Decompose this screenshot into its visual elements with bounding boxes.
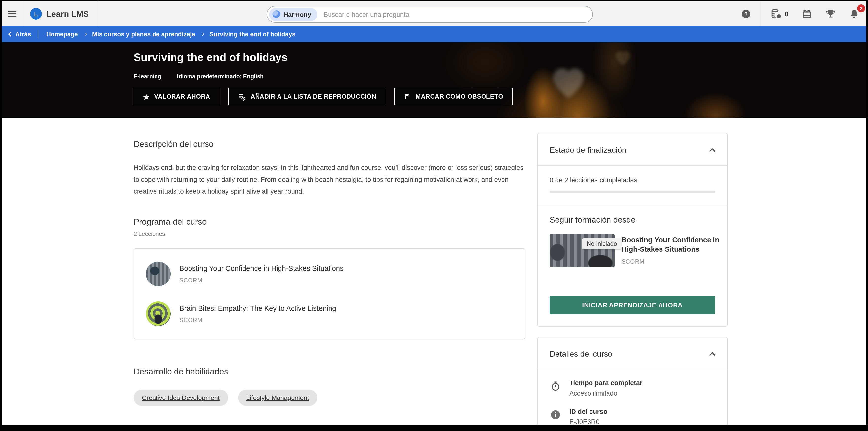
start-learning-button[interactable]: INICIAR APRENDIZAJE AHORA	[550, 296, 715, 314]
back-label: Atrás	[15, 31, 31, 38]
notifications-button[interactable]: 2	[842, 1, 866, 26]
lesson-row[interactable]: Brain Bites: Empathy: The Key to Active …	[146, 301, 513, 326]
trophy-icon	[825, 8, 836, 19]
window-frame: L Learn LMS Harmony Buscar o hacer una p…	[0, 0, 868, 431]
svg-text:?: ?	[744, 10, 748, 17]
lesson-thumbnail	[146, 262, 170, 286]
detail-label: ID del curso	[569, 408, 608, 415]
info-icon	[550, 409, 561, 420]
page: L Learn LMS Harmony Buscar o hacer una p…	[2, 1, 866, 425]
details-heading: Detalles del curso	[550, 350, 612, 359]
lesson-row[interactable]: Boosting Your Confidence in High-Stakes …	[146, 262, 513, 286]
continue-lesson-title: Boosting Your Confidence in High-Stakes …	[622, 235, 722, 254]
chevron-right-icon	[83, 33, 87, 36]
breadcrumb-home[interactable]: Homepage	[46, 31, 78, 38]
breadcrumb: Homepage Mis cursos y planes de aprendiz…	[38, 31, 303, 38]
detail-item-time: Tiempo para completar Acceso ilimitado	[550, 379, 715, 397]
top-header: L Learn LMS Harmony Buscar o hacer una p…	[2, 1, 866, 26]
header-divider	[98, 1, 98, 26]
rate-now-button[interactable]: ★ VALORAR AHORA	[133, 88, 220, 105]
stopwatch-icon	[550, 381, 561, 392]
breadcrumb-my-courses[interactable]: Mis cursos y planes de aprendizaje	[92, 31, 195, 38]
notification-badge: 2	[857, 4, 865, 12]
help-icon: ?	[741, 9, 751, 19]
chevron-up-icon	[709, 148, 715, 154]
hamburger-icon	[8, 9, 16, 18]
mark-obsolete-button[interactable]: MARCAR COMO OBSOLETO	[395, 88, 513, 105]
continue-lesson-item[interactable]: No iniciado Boosting Your Confidence in …	[550, 234, 715, 267]
continue-lesson-thumbnail: No iniciado	[550, 234, 615, 267]
course-details-card: Detalles del curso	[537, 337, 727, 425]
harmony-assistant-chip[interactable]: Harmony	[269, 8, 318, 21]
harmony-label: Harmony	[283, 10, 311, 18]
achievements-button[interactable]	[819, 1, 842, 26]
progress-bar	[550, 191, 715, 193]
detail-value: Acceso ilimitado	[569, 390, 643, 397]
breadcrumb-bar: Atrás Homepage Mis cursos y planes de ap…	[2, 26, 866, 42]
lesson-thumbnail	[146, 301, 170, 326]
completion-status-card: Estado de finalización 0 de 2 lecciones …	[537, 133, 727, 327]
chevron-right-icon	[200, 33, 204, 36]
completion-heading: Estado de finalización	[550, 146, 626, 155]
lesson-title: Brain Bites: Empathy: The Key to Active …	[179, 304, 336, 312]
coins-count: 0	[785, 10, 788, 18]
status-badge: No iniciado	[582, 238, 622, 249]
back-button[interactable]: Atrás	[2, 26, 38, 42]
coins-button[interactable]: 0	[764, 1, 795, 26]
rewards-button[interactable]	[795, 1, 819, 26]
lesson-title: Boosting Your Confidence in High-Stakes …	[179, 264, 344, 272]
add-to-playlist-button[interactable]: AÑADIR A LA LISTA DE REPRODUCCIÓN	[228, 88, 386, 105]
continue-heading: Seguir formación desde	[550, 215, 715, 225]
chevron-left-icon	[8, 32, 13, 37]
logo-icon: L	[30, 8, 42, 20]
completion-card-header[interactable]: Estado de finalización	[538, 133, 727, 165]
coins-icon	[770, 8, 782, 19]
course-type-label: E-learning	[133, 73, 161, 79]
lesson-type: SCORM	[179, 317, 336, 323]
skills-heading: Desarrollo de habilidades	[133, 367, 525, 377]
flag-icon	[404, 93, 411, 100]
detail-item-course-id: ID del curso E-J0E3R0	[550, 408, 715, 425]
logo-text: Learn LMS	[46, 9, 89, 19]
course-title: Surviving the end of holidays	[133, 51, 866, 64]
playlist-add-icon	[238, 92, 246, 101]
header-divider	[761, 1, 761, 26]
course-language-label: Idioma predeterminado: English	[177, 73, 264, 79]
hamburger-menu-button[interactable]	[2, 1, 22, 26]
program-heading: Programa del curso	[133, 217, 525, 227]
detail-label: Tiempo para completar	[569, 379, 643, 387]
description-heading: Descripción del curso	[133, 139, 525, 149]
chevron-up-icon	[709, 352, 715, 358]
details-card-header[interactable]: Detalles del curso	[538, 337, 727, 369]
lessons-count: 2 Lecciones	[133, 231, 525, 237]
skill-tag[interactable]: Creative Idea Development	[133, 390, 228, 406]
course-hero-banner: Surviving the end of holidays E-learning…	[2, 42, 866, 118]
gift-icon	[802, 8, 812, 19]
progress-label: 0 de 2 lecciones completadas	[550, 176, 715, 184]
home-logo[interactable]: L Learn LMS	[22, 1, 98, 26]
lessons-card: Boosting Your Confidence in High-Stakes …	[133, 248, 525, 339]
breadcrumb-current: Surviving the end of holidays	[210, 31, 296, 38]
star-icon: ★	[143, 93, 150, 100]
skill-tag[interactable]: Lifestyle Management	[238, 390, 317, 406]
detail-value: E-J0E3R0	[569, 418, 608, 425]
harmony-sparkle-icon	[273, 10, 280, 18]
search-placeholder: Buscar o hacer una pregunta	[323, 10, 409, 18]
search-input[interactable]: Harmony Buscar o hacer una pregunta	[267, 6, 593, 23]
continue-lesson-type: SCORM	[622, 258, 722, 265]
help-button[interactable]: ?	[735, 1, 757, 26]
description-body: Holidays end, but the craving for relaxa…	[133, 162, 525, 198]
lesson-type: SCORM	[179, 276, 344, 284]
main-content: Descripción del curso Holidays end, but …	[2, 118, 866, 425]
